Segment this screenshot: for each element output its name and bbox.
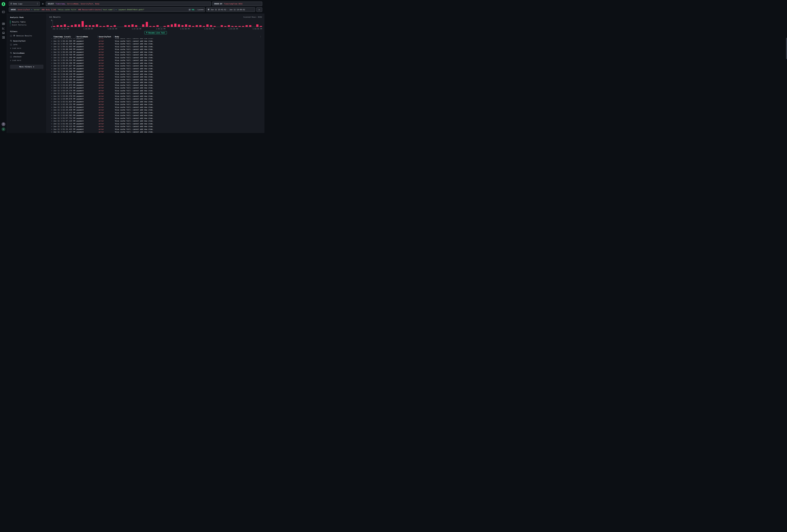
nav-results-table[interactable]: Results Table — [10, 20, 43, 23]
cell-servicename: payment — [77, 98, 99, 100]
cell-timestamp: Jun 11 1:52:30.469 PM — [54, 106, 77, 108]
cell-servicename: payment — [77, 84, 99, 86]
table-row[interactable]: >Jun 11 1:53:05.578 PMpaymenterrorVisa c… — [49, 95, 262, 98]
table-row[interactable]: >Jun 11 1:55:16.296 PMpaymenterrorVisa c… — [49, 62, 262, 65]
table-row[interactable]: >Jun 11 1:55:51.448 PMpaymenterrorVisa c… — [49, 56, 262, 59]
table-row[interactable]: >Jun 11 1:53:41.873 PMpaymenterrorVisa c… — [49, 84, 262, 87]
search-logs-icon[interactable] — [2, 22, 5, 25]
select-query-input[interactable]: SELECT Timestamp, ServiceName, SeverityT… — [46, 2, 211, 6]
table-row[interactable]: >Jun 11 1:52:25.630 PMpaymenterrorVisa c… — [49, 109, 262, 111]
results-histogram[interactable]: 8 0 Jun 11 1:41:45 PM1:44:00 PM1:45:45 P… — [50, 20, 262, 30]
table-row[interactable]: >Jun 11 1:53:26.250 PMpaymenterrorVisa c… — [49, 87, 262, 89]
column-resize-handle[interactable] — [75, 36, 76, 38]
table-row[interactable]: >Jun 11 1:51:43.121 PMpaymenterrorVisa c… — [49, 123, 262, 125]
load-more-service[interactable]: ∨ Load more — [10, 59, 43, 61]
chart-bar — [185, 24, 187, 27]
search-icon[interactable] — [10, 52, 12, 54]
table-row[interactable]: >Jun 11 1:55:07.827 PMpaymenterrorVisa c… — [49, 65, 262, 67]
run-query-button[interactable]: ▷ — [256, 7, 262, 12]
chart-bars[interactable] — [52, 20, 262, 27]
table-header[interactable]: Timestamp (Local) ServiceName SeverityTe… — [49, 35, 262, 38]
nav-event-patterns[interactable]: Event Patterns — [10, 23, 43, 26]
load-more-severity[interactable]: ∨ Load more — [10, 47, 43, 49]
denoise-results-row[interactable]: Denoise Results — [10, 35, 43, 37]
more-filters-button[interactable]: More filters ∨ — [10, 65, 43, 69]
chart-line-icon[interactable] — [2, 27, 5, 30]
dashboard-grid-icon[interactable] — [2, 36, 5, 39]
table-row[interactable]: >Jun 11 1:56:08.948 PMpaymenterrorVisa c… — [49, 48, 262, 51]
cell-servicename: payment — [77, 48, 99, 50]
table-options-icon[interactable]: ⋮ — [260, 36, 261, 38]
col-severitytext[interactable]: SeverityText — [99, 36, 115, 38]
time-range-picker[interactable]: Jun 11 13:41:52 - Jun 11 13:56:52 — [206, 7, 255, 12]
cell-severitytext: error — [99, 79, 115, 81]
table-row[interactable]: >Jun 11 1:54:43.948 PMpaymenterrorVisa c… — [49, 70, 262, 73]
resume-live-tail-button[interactable]: Resume Live Tail — [144, 31, 167, 34]
table-row[interactable]: >Jun 11 1:56:03.248 PMpaymenterrorVisa c… — [49, 51, 262, 54]
row-expand-icon: > — [51, 92, 54, 94]
panel-toggle-icon[interactable] — [2, 10, 5, 14]
user-avatar[interactable]: U — [2, 127, 5, 131]
table-row[interactable]: >Jun 11 1:53:00.676 PMpaymenterrorVisa c… — [49, 98, 262, 101]
table-row[interactable]: >Jun 11 1:52:02.581 PMpaymenterrorVisa c… — [49, 114, 262, 117]
filters-sidebar: Analysis Mode Results Table Event Patter… — [7, 14, 47, 133]
chart-bar — [174, 24, 176, 27]
lucene-toggle[interactable]: Lucene — [197, 9, 204, 10]
table-row[interactable]: >Jun 11 1:52:51.824 PMpaymenterrorVisa c… — [49, 101, 262, 103]
denoise-checkbox[interactable] — [10, 35, 12, 37]
chart-bar — [114, 25, 116, 27]
table-row[interactable]: >Jun 11 1:51:39.115 PMpaymenterrorVisa c… — [49, 125, 262, 128]
table-row[interactable]: >Jun 11 1:56:42.995 PMpaymenterrorVisa c… — [49, 40, 262, 43]
cell-servicename: payment — [77, 59, 99, 61]
info-checkbox[interactable] — [10, 44, 12, 46]
table-row[interactable]: >Jun 11 1:51:31.415 PMpaymenterrorVisa c… — [49, 128, 262, 131]
hyperdx-logo-icon[interactable] — [1, 2, 5, 6]
table-row[interactable]: >Jun 11 1:55:39.324 PMpaymenterrorVisa c… — [49, 59, 262, 62]
table-row[interactable]: >Jun 11 1:54:09.906 PMpaymenterrorVisa c… — [49, 78, 262, 81]
chart-bar — [124, 25, 127, 27]
table-row[interactable]: >Jun 11 1:55:59.760 PMpaymenterrorVisa c… — [49, 54, 262, 56]
table-row[interactable]: >Jun 11 1:52:19.473 PMpaymenterrorVisa c… — [49, 111, 262, 114]
cell-timestamp: Jun 11 1:53:00.676 PM — [54, 98, 77, 100]
where-query-input[interactable]: WHERE SeverityText = 'error' AND Body IL… — [9, 7, 205, 12]
cell-timestamp: Jun 11 1:55:07.827 PM — [54, 65, 77, 67]
chart-bar — [228, 25, 230, 27]
cell-body: Visa cache full: cannot add new item. — [115, 59, 262, 61]
search-icon[interactable] — [10, 40, 12, 42]
table-row[interactable]: >Jun 11 1:51:47.229 PMpaymenterrorVisa c… — [49, 120, 262, 123]
table-row[interactable]: >Jun 11 1:56:32.843 PMpaymenterrorVisa c… — [49, 45, 262, 48]
chart-x-label: 1:54:30 PM — [228, 27, 238, 30]
slash-shortcut-key: / — [189, 9, 191, 10]
source-select[interactable]: Demo Logs — [9, 2, 40, 6]
cell-body: Visa cache full: cannot add new item. — [115, 109, 262, 111]
table-row[interactable]: >Jun 11 1:53:10.922 PMpaymenterrorVisa c… — [49, 92, 262, 95]
sql-toggle[interactable]: SQL — [192, 9, 195, 10]
column-resize-handle[interactable] — [114, 36, 114, 38]
help-button[interactable]: ? — [2, 122, 5, 126]
col-body[interactable]: Body — [115, 36, 262, 38]
col-servicename[interactable]: ServiceName — [77, 36, 99, 38]
table-row[interactable]: >Jun 11 1:54:52.241 PMpaymenterrorVisa c… — [49, 67, 262, 70]
table-row[interactable]: >Jun 11 1:52:30.469 PMpaymenterrorVisa c… — [49, 106, 262, 109]
table-row[interactable]: >Jun 11 1:56:38.534 PMpaymenterrorVisa c… — [49, 42, 262, 45]
chart-bar — [67, 26, 69, 27]
col-timestamp[interactable]: Timestamp (Local) — [54, 36, 77, 38]
table-row[interactable]: >Jun 11 1:52:35.232 PMpaymenterrorVisa c… — [49, 103, 262, 106]
checkout-checkbox[interactable] — [10, 56, 12, 58]
table-row[interactable]: >Jun 11 1:54:40.218 PMpaymenterrorVisa c… — [49, 73, 262, 76]
query-language-toggle[interactable]: / SQL | Lucene — [189, 9, 204, 10]
table-row[interactable]: >Jun 11 1:53:24.274 PMpaymenterrorVisa c… — [49, 89, 262, 92]
order-by-input[interactable]: ORDER BY TimestampTime DESC — [212, 2, 262, 6]
table-row[interactable]: >Jun 11 1:54:06.953 PMpaymenterrorVisa c… — [49, 81, 262, 84]
cell-body: Visa cache full: cannot add new item. — [115, 131, 262, 133]
filter-group-severitytext: SeverityText — [10, 40, 43, 42]
filter-option-checkout[interactable]: checkout — [10, 56, 43, 58]
column-resize-handle[interactable] — [98, 36, 98, 38]
table-row[interactable]: >Jun 11 1:51:57.712 PMpaymenterrorVisa c… — [49, 117, 262, 120]
table-row[interactable]: >Jun 11 1:54:26.230 PMpaymenterrorVisa c… — [49, 76, 262, 78]
filter-option-info[interactable]: info — [10, 44, 43, 46]
table-row[interactable]: >Jun 11 1:51:23.457 PMpaymenterrorVisa c… — [49, 131, 262, 133]
row-expand-icon: > — [51, 95, 54, 97]
gear-icon[interactable]: ⚙ — [41, 2, 45, 6]
laptop-sessions-icon[interactable] — [2, 31, 5, 35]
